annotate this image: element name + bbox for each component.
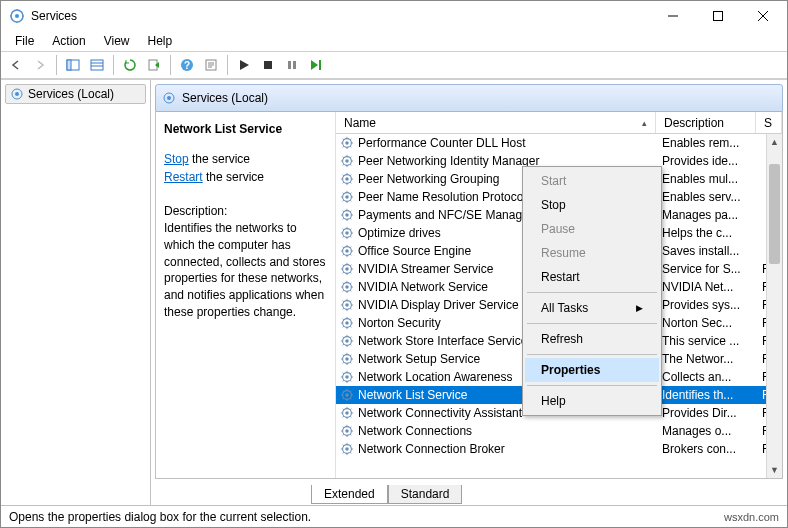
svg-point-51 <box>345 429 349 433</box>
svg-point-39 <box>345 321 349 325</box>
svg-rect-11 <box>288 61 291 69</box>
menu-help[interactable]: Help <box>140 32 181 50</box>
table-row[interactable]: Performance Counter DLL HostEnables rem.… <box>336 134 782 152</box>
svg-point-21 <box>345 159 349 163</box>
svg-rect-2 <box>713 12 722 21</box>
gear-icon <box>340 334 354 348</box>
svg-point-15 <box>15 92 19 96</box>
service-name-cell: Peer Name Resolution Protocol <box>358 190 526 204</box>
scroll-down-icon[interactable]: ▼ <box>767 462 782 478</box>
refresh-button[interactable] <box>119 54 141 76</box>
export-button[interactable] <box>143 54 165 76</box>
service-name-cell: Office Source Engine <box>358 244 471 258</box>
svg-point-43 <box>345 357 349 361</box>
gear-icon <box>340 244 354 258</box>
description-text: Identifies the networks to which the com… <box>164 220 327 321</box>
svg-point-29 <box>345 231 349 235</box>
gear-icon <box>340 226 354 240</box>
close-button[interactable] <box>740 2 785 30</box>
description-heading: Description: <box>164 204 327 218</box>
gear-icon <box>340 298 354 312</box>
service-name-cell: Network Connectivity Assistant <box>358 406 522 420</box>
service-name-cell: Peer Networking Grouping <box>358 172 499 186</box>
restart-service-button[interactable] <box>305 54 327 76</box>
tree-root-label: Services (Local) <box>28 87 114 101</box>
toolbar-separator <box>56 55 57 75</box>
gear-icon <box>340 208 354 222</box>
restart-link[interactable]: Restart <box>164 170 203 184</box>
show-hide-button[interactable] <box>62 54 84 76</box>
service-desc-cell: Brokers con... <box>656 442 756 456</box>
service-actions: Stop the service Restart the service <box>164 150 327 186</box>
svg-rect-5 <box>91 60 103 70</box>
tree-pane: Services (Local) <box>1 80 151 505</box>
ctx-stop[interactable]: Stop <box>525 193 659 217</box>
gear-icon <box>340 190 354 204</box>
start-service-button[interactable] <box>233 54 255 76</box>
column-description[interactable]: Description <box>656 112 756 133</box>
svg-point-37 <box>345 303 349 307</box>
ctx-help[interactable]: Help <box>525 389 659 413</box>
column-status[interactable]: S <box>756 112 782 133</box>
tab-standard[interactable]: Standard <box>388 485 463 504</box>
gear-icon <box>340 316 354 330</box>
service-desc-cell: Identifies th... <box>656 388 756 402</box>
ctx-restart[interactable]: Restart <box>525 265 659 289</box>
toolbar-separator <box>227 55 228 75</box>
service-desc-cell: Manages o... <box>656 424 756 438</box>
window-title: Services <box>31 9 650 23</box>
services-list: Name▴ Description S Performance Counter … <box>336 112 782 478</box>
content-area: Services (Local) Services (Local) Networ… <box>1 79 787 505</box>
stop-service-button[interactable] <box>257 54 279 76</box>
ctx-all-tasks[interactable]: All Tasks▶ <box>525 296 659 320</box>
svg-point-17 <box>167 96 171 100</box>
gear-icon <box>340 406 354 420</box>
services-icon <box>162 91 176 105</box>
maximize-button[interactable] <box>695 2 740 30</box>
selected-service-name: Network List Service <box>164 122 327 136</box>
menubar: File Action View Help <box>1 31 787 51</box>
ctx-start[interactable]: Start <box>525 169 659 193</box>
ctx-properties[interactable]: Properties <box>525 358 659 382</box>
ctx-separator <box>527 385 657 386</box>
back-button[interactable] <box>5 54 27 76</box>
service-desc-cell: NVIDIA Net... <box>656 280 756 294</box>
menu-file[interactable]: File <box>7 32 42 50</box>
column-name[interactable]: Name▴ <box>336 112 656 133</box>
details-button[interactable] <box>86 54 108 76</box>
menu-view[interactable]: View <box>96 32 138 50</box>
service-name-cell: Network Connections <box>358 424 472 438</box>
svg-point-27 <box>345 213 349 217</box>
gear-icon <box>340 424 354 438</box>
menu-action[interactable]: Action <box>44 32 93 50</box>
vertical-scrollbar[interactable]: ▲ ▼ <box>766 134 782 478</box>
pause-service-button[interactable] <box>281 54 303 76</box>
svg-point-47 <box>345 393 349 397</box>
stop-link[interactable]: Stop <box>164 152 189 166</box>
ctx-pause[interactable]: Pause <box>525 217 659 241</box>
ctx-refresh[interactable]: Refresh <box>525 327 659 351</box>
svg-point-1 <box>15 14 19 18</box>
help-button[interactable]: ? <box>176 54 198 76</box>
tab-extended[interactable]: Extended <box>311 485 388 504</box>
minimize-button[interactable] <box>650 2 695 30</box>
service-desc-cell: Provides Dir... <box>656 406 756 420</box>
table-row[interactable]: Network ConnectionsManages o...F <box>336 422 782 440</box>
service-desc-cell: Saves install... <box>656 244 756 258</box>
svg-point-49 <box>345 411 349 415</box>
scroll-thumb[interactable] <box>769 164 780 264</box>
tree-root[interactable]: Services (Local) <box>5 84 146 104</box>
toolbar: ? <box>1 51 787 79</box>
service-name-cell: NVIDIA Display Driver Service <box>358 298 519 312</box>
table-row[interactable]: Network Connection BrokerBrokers con...F <box>336 440 782 458</box>
svg-rect-4 <box>67 60 71 70</box>
service-desc-cell: Enables serv... <box>656 190 756 204</box>
service-desc-cell: Norton Sec... <box>656 316 756 330</box>
service-name-cell: Network Location Awareness <box>358 370 513 384</box>
properties-button[interactable] <box>200 54 222 76</box>
service-name-cell: Payments and NFC/SE Manager <box>358 208 533 222</box>
scroll-up-icon[interactable]: ▲ <box>767 134 782 150</box>
forward-button[interactable] <box>29 54 51 76</box>
svg-point-41 <box>345 339 349 343</box>
ctx-resume[interactable]: Resume <box>525 241 659 265</box>
